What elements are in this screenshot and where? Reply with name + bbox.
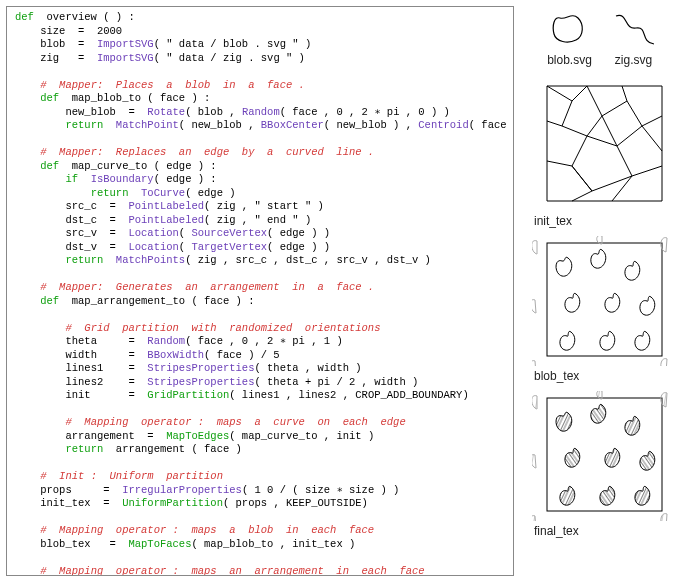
- blob-icon: [546, 10, 594, 50]
- blob-svg-label: blob.svg: [547, 53, 592, 67]
- svg-source-row: blob.svg zig.svg: [546, 10, 658, 67]
- blob-svg-block: blob.svg: [546, 10, 594, 67]
- zig-svg-label: zig.svg: [615, 53, 652, 67]
- init-tex-figure: [532, 81, 672, 211]
- page: def overview ( ) : size = 2000 blob = Im…: [0, 0, 687, 585]
- code-content: def overview ( ) : size = 2000 blob = Im…: [15, 11, 505, 576]
- blob-tex-figure: [532, 236, 672, 366]
- final-tex-figure: [532, 391, 672, 521]
- figure-column: blob.svg zig.svg: [514, 6, 681, 579]
- code-listing: def overview ( ) : size = 2000 blob = Im…: [6, 6, 514, 576]
- zig-icon: [610, 10, 658, 50]
- blob-tex-label: blob_tex: [534, 369, 579, 383]
- init-tex-label: init_tex: [534, 214, 572, 228]
- zig-svg-block: zig.svg: [610, 10, 658, 67]
- final-tex-label: final_tex: [534, 524, 579, 538]
